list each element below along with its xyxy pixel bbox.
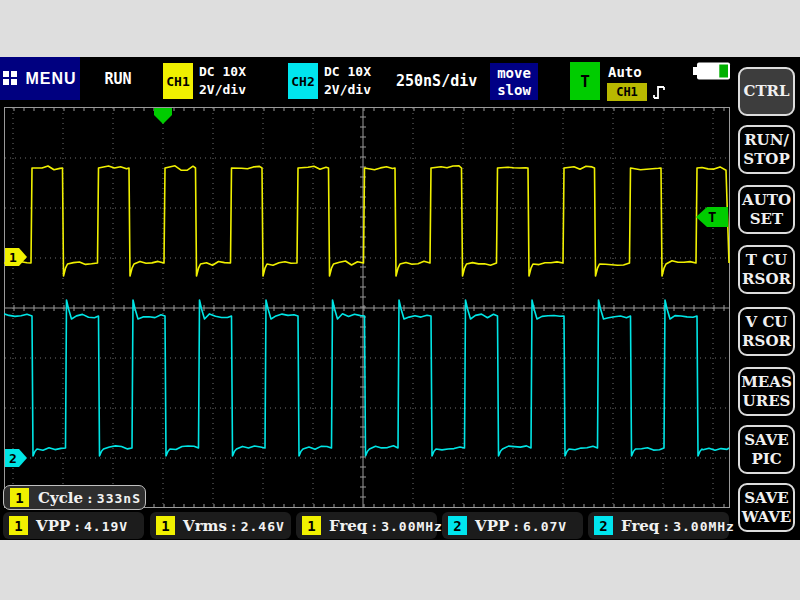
move-line1: move xyxy=(490,65,538,82)
menu-button[interactable]: MENU xyxy=(0,57,80,100)
channel-1-badge: 1 xyxy=(156,516,175,535)
save-pic-button[interactable]: SAVE PIC xyxy=(738,425,795,474)
cycle-label: Cycle xyxy=(38,489,83,507)
rising-edge-icon xyxy=(653,82,667,102)
move-slow-button[interactable]: move slow xyxy=(490,63,538,100)
channel-2-badge: 2 xyxy=(448,516,467,535)
v-cursor-button[interactable]: V CU RSOR xyxy=(738,307,795,356)
separator: : xyxy=(83,491,97,506)
ch1-badge[interactable]: CH1 xyxy=(163,63,193,99)
ch1-zero-marker-label: 1 xyxy=(9,250,17,265)
meas-value: 3.00MHz xyxy=(381,519,443,534)
t-cursor-button[interactable]: T CU RSOR xyxy=(738,245,795,294)
save-wave-button[interactable]: SAVE WAVE xyxy=(738,483,795,532)
meas-label: VPP xyxy=(475,517,509,535)
meas-ch2-vpp: 2 VPP:6.07V xyxy=(442,512,583,539)
meas-ch1-freq: 1 Freq:3.00MHz xyxy=(296,512,437,539)
channel-1-badge: 1 xyxy=(9,516,28,535)
meas-ch1-vrms: 1 Vrms:2.46V xyxy=(150,512,291,539)
channel-1-badge: 1 xyxy=(302,516,321,535)
cycle-readout: 1 Cycle:333nS xyxy=(3,485,146,510)
ch2-scale: 2V/div xyxy=(324,81,371,99)
oscilloscope-screen: MENU RUN CH1 DC 10X 2V/div CH2 DC 10X 2V… xyxy=(0,57,800,540)
ch2-zero-marker-label: 2 xyxy=(9,451,17,466)
menu-grid-icon xyxy=(3,71,18,86)
ch2-badge[interactable]: CH2 xyxy=(288,63,318,99)
acquisition-status: RUN xyxy=(88,70,148,88)
ch2-settings: DC 10X 2V/div xyxy=(324,63,371,99)
separator: : xyxy=(509,519,523,534)
top-bar: MENU RUN CH1 DC 10X 2V/div CH2 DC 10X 2V… xyxy=(0,57,735,107)
cycle-value: 333nS xyxy=(97,491,141,506)
trigger-mode: Auto xyxy=(608,64,642,80)
meas-ch2-freq: 2 Freq:3.00MHz xyxy=(588,512,729,539)
meas-label: Vrms xyxy=(183,517,227,535)
meas-value: 3.00MHz xyxy=(673,519,735,534)
auto-set-button[interactable]: AUTO SET xyxy=(738,185,795,234)
ctrl-button[interactable]: CTRL xyxy=(738,67,795,116)
ch1-settings: DC 10X 2V/div xyxy=(199,63,246,99)
separator: : xyxy=(227,519,241,534)
battery-level xyxy=(719,65,728,78)
move-line2: slow xyxy=(490,82,538,99)
ch1-coupling: DC 10X xyxy=(199,63,246,81)
trigger-position-marker[interactable] xyxy=(154,108,172,124)
separator: : xyxy=(659,519,673,534)
sidebar: CTRL RUN/ STOP AUTO SET T CU RSOR V CU R… xyxy=(735,57,800,540)
meas-value: 4.19V xyxy=(84,519,128,534)
trigger-badge[interactable]: T xyxy=(570,62,600,100)
meas-label: Freq xyxy=(329,517,367,535)
ch1-trace xyxy=(4,166,729,276)
channel-1-badge: 1 xyxy=(10,488,29,507)
separator: : xyxy=(70,519,84,534)
trigger-level-label: T xyxy=(708,209,716,225)
battery-icon xyxy=(692,62,732,80)
meas-ch1-vpp: 1 VPP:4.19V xyxy=(3,512,144,539)
ch1-scale: 2V/div xyxy=(199,81,246,99)
separator: : xyxy=(367,519,381,534)
channel-2-badge: 2 xyxy=(594,516,613,535)
run-stop-button[interactable]: RUN/ STOP xyxy=(738,125,795,174)
meas-value: 2.46V xyxy=(241,519,285,534)
timebase-readout[interactable]: 250nS/div xyxy=(396,72,477,90)
menu-label: MENU xyxy=(25,70,76,88)
trigger-source-badge[interactable]: CH1 xyxy=(607,83,647,101)
meas-value: 6.07V xyxy=(523,519,567,534)
ch2-coupling: DC 10X xyxy=(324,63,371,81)
meas-label: VPP xyxy=(36,517,70,535)
measures-button[interactable]: MEAS URES xyxy=(738,367,795,416)
meas-label: Freq xyxy=(621,517,659,535)
waveform-display[interactable]: T12 xyxy=(4,107,730,508)
